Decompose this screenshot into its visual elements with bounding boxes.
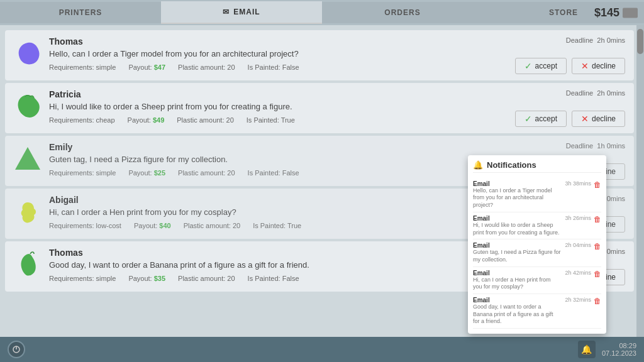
notif-time-2: 2h 04mins — [565, 242, 591, 248]
notif-delete-0[interactable]: 🗑 — [594, 180, 601, 189]
x-icon-2: ✕ — [581, 114, 589, 124]
datetime-display: 08:29 07.12.2023 — [602, 342, 636, 357]
tab-email[interactable]: ✉ EMAIL — [161, 1, 322, 24]
sender-1: Thomas — [49, 36, 83, 47]
notif-type-2: Email — [473, 242, 561, 249]
bell-icon-notif: 🔔 — [473, 160, 483, 170]
email-item-1: Thomas Deadline 2h 0mins Hello, can I or… — [5, 30, 634, 80]
bottom-right: 🔔 08:29 07.12.2023 — [578, 341, 636, 358]
balance-display: $145 — [594, 6, 638, 19]
painted-1: Is Painted: False — [248, 63, 299, 71]
notif-text-4: Good day, I want to order a Banana print… — [473, 304, 561, 326]
deadline-2: Deadline 2h 0mins — [566, 89, 625, 97]
notif-delete-3[interactable]: 🗑 — [594, 270, 601, 278]
date-display: 07.12.2023 — [602, 349, 636, 357]
email-1-header: Thomas Deadline 2h 0mins — [49, 36, 625, 47]
sender-5: Thomas — [49, 248, 83, 258]
notif-left-2: Email Guten tag, I need a Pizza figure f… — [473, 242, 561, 263]
avatar-2 — [13, 92, 43, 124]
email-3-header: Emily Deadline 1h 0mins — [49, 142, 625, 152]
requirements-3: Requirements: simple — [49, 169, 116, 177]
notif-left-4: Email Good day, I want to order a Banana… — [473, 297, 561, 326]
sender-2: Patricia — [49, 89, 81, 99]
balance-amount: $145 — [594, 6, 619, 19]
actions-2: ✓ accept ✕ decline — [515, 111, 625, 127]
message-2: Hi, I would like to order a Sheep print … — [49, 102, 625, 111]
payout-2: Payout: $49 — [128, 116, 165, 124]
email-item-2: Patricia Deadline 2h 0mins Hi, I would l… — [5, 83, 634, 133]
avatar-4 — [13, 197, 43, 230]
notification-header: 🔔 Notifications — [473, 160, 601, 173]
check-icon-1: ✓ — [525, 61, 532, 71]
requirements-4: Requirements: low-cost — [49, 222, 121, 229]
plastic-5: Plastic amount: 20 — [178, 275, 235, 282]
notif-time-0: 3h 38mins — [565, 180, 591, 187]
notif-text-2: Guten tag, I need a Pizza figure for my … — [473, 249, 561, 263]
notification-button[interactable]: 🔔 — [578, 341, 596, 358]
scrollbar-track[interactable] — [636, 25, 644, 337]
plastic-4: Plastic amount: 20 — [184, 222, 241, 229]
notif-time-3: 2h 42mins — [565, 270, 591, 276]
card-icon — [623, 8, 638, 18]
deadline-3: Deadline 1h 0mins — [566, 142, 625, 150]
accept-button-2[interactable]: ✓ accept — [515, 111, 567, 127]
tab-orders[interactable]: ORDERS — [322, 2, 483, 23]
notif-item-3: Email Hi, can I order a Hen print from y… — [473, 267, 601, 294]
payout-5: Payout: $35 — [128, 275, 165, 282]
sender-3: Emily — [49, 142, 72, 152]
painted-5: Is Painted: False — [248, 275, 299, 282]
check-icon-2: ✓ — [525, 114, 532, 124]
notif-type-0: Email — [473, 180, 561, 187]
notif-type-3: Email — [473, 270, 561, 277]
decline-button-1[interactable]: ✕ decline — [572, 58, 625, 74]
accept-button-1[interactable]: ✓ accept — [515, 58, 567, 74]
actions-1: ✓ accept ✕ decline — [515, 58, 625, 74]
notif-time-4: 2h 32mins — [565, 297, 591, 303]
tab-printers[interactable]: PRINTERS — [0, 2, 161, 23]
message-1: Hello, can I order a Tiger model from yo… — [49, 49, 625, 58]
notif-type-4: Email — [473, 297, 561, 304]
notif-delete-2[interactable]: 🗑 — [594, 242, 601, 251]
avatar-3 — [13, 145, 43, 177]
payout-3: Payout: $25 — [128, 169, 165, 177]
svg-marker-0 — [15, 147, 40, 170]
painted-4: Is Painted: True — [253, 222, 301, 229]
notif-item-1: Email Hi, I would like to order a Sheep … — [473, 212, 601, 239]
plastic-3: Plastic amount: 20 — [178, 169, 235, 177]
avatar-1 — [13, 39, 43, 72]
notif-text-1: Hi, I would like to order a Sheep print … — [473, 222, 561, 236]
painted-3: Is Painted: False — [248, 169, 299, 177]
painted-2: Is Painted: True — [247, 116, 295, 124]
time-display: 08:29 — [602, 342, 636, 349]
deadline-1: Deadline 2h 0mins — [566, 36, 625, 44]
notif-left-0: Email Hello, can I order a Tiger model f… — [473, 180, 561, 209]
bell-icon: 🔔 — [581, 344, 592, 354]
notif-time-1: 3h 26mins — [565, 215, 591, 221]
notif-left-1: Email Hi, I would like to order a Sheep … — [473, 215, 561, 236]
requirements-1: Requirements: simple — [49, 63, 116, 71]
notif-delete-1[interactable]: 🗑 — [594, 215, 601, 224]
power-icon — [12, 345, 21, 354]
notif-item-4: Email Good day, I want to order a Banana… — [473, 294, 601, 329]
top-nav: PRINTERS ✉ EMAIL ORDERS STORE $145 — [0, 0, 644, 25]
notif-type-1: Email — [473, 215, 561, 222]
payout-4: Payout: $40 — [134, 222, 171, 229]
notification-title: Notifications — [487, 160, 536, 170]
notif-item-2: Email Guten tag, I need a Pizza figure f… — [473, 239, 601, 266]
decline-button-2[interactable]: ✕ decline — [572, 111, 625, 127]
notif-left-3: Email Hi, can I order a Hen print from y… — [473, 270, 561, 291]
requirements-5: Requirements: simple — [49, 275, 116, 282]
payout-1: Payout: $47 — [128, 63, 165, 71]
scrollbar-thumb[interactable] — [637, 29, 643, 54]
notif-delete-4[interactable]: 🗑 — [594, 297, 601, 305]
email-icon: ✉ — [223, 8, 230, 16]
bottom-bar: 🔔 08:29 07.12.2023 — [0, 337, 644, 362]
tab-email-label: EMAIL — [233, 8, 260, 16]
power-button[interactable] — [8, 341, 25, 358]
sender-4: Abigail — [49, 195, 79, 205]
notif-text-3: Hi, can I order a Hen print from you for… — [473, 277, 561, 291]
requirements-2: Requirements: cheap — [49, 116, 115, 124]
plastic-1: Plastic amount: 20 — [178, 63, 235, 71]
plastic-2: Plastic amount: 20 — [177, 116, 234, 124]
email-2-header: Patricia Deadline 2h 0mins — [49, 89, 625, 99]
